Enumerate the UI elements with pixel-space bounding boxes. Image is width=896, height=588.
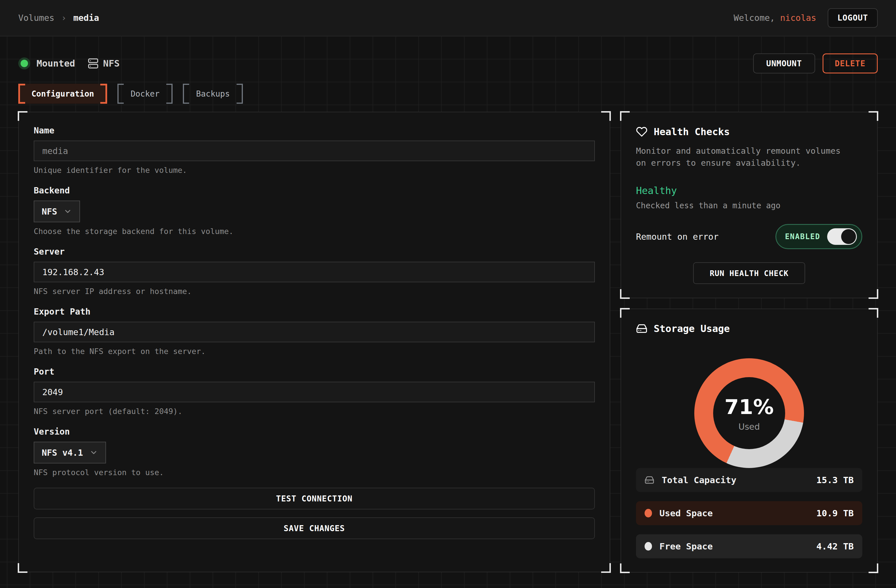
corner-bracket xyxy=(620,308,630,318)
chevron-down-icon xyxy=(63,207,72,216)
corner-bracket xyxy=(620,564,630,573)
name-field-group: Name Unique identifier for the volume. xyxy=(34,125,595,175)
version-field-group: Version NFS v4.1 NFS protocol version to… xyxy=(34,427,595,477)
used-space-dot-icon xyxy=(645,509,652,518)
used-space-row: Used Space 10.9 TB xyxy=(636,501,862,525)
chevron-right-icon: › xyxy=(61,13,66,23)
server-icon xyxy=(88,58,99,69)
remount-setting-row: Remount on error ENABLED xyxy=(636,224,862,249)
run-health-check-button[interactable]: RUN HEALTH CHECK xyxy=(693,262,805,284)
storage-percent-caption: Used xyxy=(738,422,760,432)
backend-select-value: NFS xyxy=(42,207,57,216)
configuration-panel: Name Unique identifier for the volume. B… xyxy=(18,112,610,572)
welcome-prefix: Welcome, xyxy=(734,13,780,23)
backend-field-group: Backend NFS Choose the storage backend f… xyxy=(34,186,595,236)
test-connection-button[interactable]: TEST CONNECTION xyxy=(34,488,595,509)
name-helper: Unique identifier for the volume. xyxy=(34,166,595,175)
mounted-status-icon xyxy=(18,58,30,69)
username: nicolas xyxy=(780,13,816,23)
breadcrumb-current-volume: media xyxy=(73,13,99,23)
storage-donut-chart: 71% Used xyxy=(694,358,804,468)
free-space-row: Free Space 4.42 TB xyxy=(636,534,862,558)
delete-button[interactable]: DELETE xyxy=(823,53,878,73)
corner-bracket xyxy=(601,563,611,573)
save-changes-button[interactable]: SAVE CHANGES xyxy=(34,518,595,539)
version-select[interactable]: NFS v4.1 xyxy=(34,442,106,463)
storage-panel-title: Storage Usage xyxy=(636,323,862,334)
total-capacity-row: Total Capacity 15.3 TB xyxy=(636,468,862,492)
unmount-button[interactable]: UNMOUNT xyxy=(753,53,815,73)
free-space-value: 4.42 TB xyxy=(816,541,854,551)
health-checks-panel: Health Checks Monitor and automatically … xyxy=(620,112,878,298)
export-path-field-group: Export Path Path to the NFS export on th… xyxy=(34,306,595,356)
health-panel-title: Health Checks xyxy=(636,126,862,137)
corner-bracket xyxy=(18,111,27,121)
port-helper: NFS server port (default: 2049). xyxy=(34,407,595,416)
port-input[interactable] xyxy=(34,382,595,402)
backend-helper: Choose the storage backend for this volu… xyxy=(34,227,595,236)
mount-status-label: Mounted xyxy=(37,58,75,69)
top-bar: Volumes › media Welcome, nicolas LOGOUT xyxy=(0,0,896,36)
export-path-helper: Path to the NFS export on the server. xyxy=(34,347,595,356)
corner-bracket xyxy=(18,563,27,573)
version-helper: NFS protocol version to use. xyxy=(34,468,595,477)
breadcrumb-volumes-link[interactable]: Volumes xyxy=(18,13,54,23)
free-space-label: Free Space xyxy=(660,541,713,551)
used-space-value: 10.9 TB xyxy=(816,508,854,518)
heart-icon xyxy=(636,126,648,137)
corner-bracket xyxy=(620,111,630,121)
corner-bracket xyxy=(869,564,878,573)
tab-docker[interactable]: Docker xyxy=(117,84,172,104)
mount-status: Mounted xyxy=(18,58,75,69)
corner-bracket xyxy=(869,111,878,121)
server-helper: NFS server IP address or hostname. xyxy=(34,287,595,296)
hard-drive-icon xyxy=(645,475,654,485)
breadcrumb: Volumes › media xyxy=(18,13,99,23)
remount-toggle-label: ENABLED xyxy=(785,232,820,241)
name-input[interactable] xyxy=(34,140,595,161)
backend-select[interactable]: NFS xyxy=(34,201,80,222)
health-panel-title-text: Health Checks xyxy=(654,126,730,137)
export-path-input[interactable] xyxy=(34,322,595,342)
backend-badge-label: NFS xyxy=(103,58,120,69)
corner-bracket xyxy=(601,111,611,121)
toggle-knob xyxy=(841,229,856,244)
health-description: Monitor and automatically remount volume… xyxy=(636,145,853,169)
chevron-down-icon xyxy=(90,448,98,457)
corner-bracket xyxy=(620,289,630,299)
toggle-track xyxy=(827,228,857,245)
tab-bar: Configuration Docker Backups xyxy=(18,84,878,104)
tab-configuration[interactable]: Configuration xyxy=(18,84,107,104)
storage-usage-panel: Storage Usage 71% Used Total Capa xyxy=(620,309,878,573)
used-space-label: Used Space xyxy=(660,508,713,518)
remount-toggle[interactable]: ENABLED xyxy=(776,224,862,249)
logout-button[interactable]: LOGOUT xyxy=(828,8,878,28)
storage-panel-title-text: Storage Usage xyxy=(654,323,730,334)
backend-label: Backend xyxy=(34,186,595,195)
welcome-text: Welcome, nicolas xyxy=(734,13,816,23)
hard-drive-icon xyxy=(636,323,648,334)
export-path-label: Export Path xyxy=(34,306,595,317)
total-capacity-value: 15.3 TB xyxy=(816,475,854,485)
port-field-group: Port NFS server port (default: 2049). xyxy=(34,367,595,416)
free-space-dot-icon xyxy=(645,542,652,551)
corner-bracket xyxy=(869,289,878,299)
server-field-group: Server NFS server IP address or hostname… xyxy=(34,247,595,296)
server-label: Server xyxy=(34,247,595,257)
storage-percent-value: 71% xyxy=(725,395,774,419)
volume-status-row: Mounted NFS UNMOUNT DELETE xyxy=(18,53,878,73)
port-label: Port xyxy=(34,367,595,376)
total-capacity-label: Total Capacity xyxy=(662,475,736,485)
corner-bracket xyxy=(869,308,878,318)
health-last-checked: Checked less than a minute ago xyxy=(636,201,862,210)
server-input[interactable] xyxy=(34,262,595,282)
remount-label: Remount on error xyxy=(636,232,719,242)
version-label: Version xyxy=(34,427,595,437)
backend-badge: NFS xyxy=(88,58,120,69)
name-label: Name xyxy=(34,125,595,136)
health-status-badge: Healthy xyxy=(636,185,862,196)
tab-backups[interactable]: Backups xyxy=(183,84,243,104)
version-select-value: NFS v4.1 xyxy=(42,448,83,458)
